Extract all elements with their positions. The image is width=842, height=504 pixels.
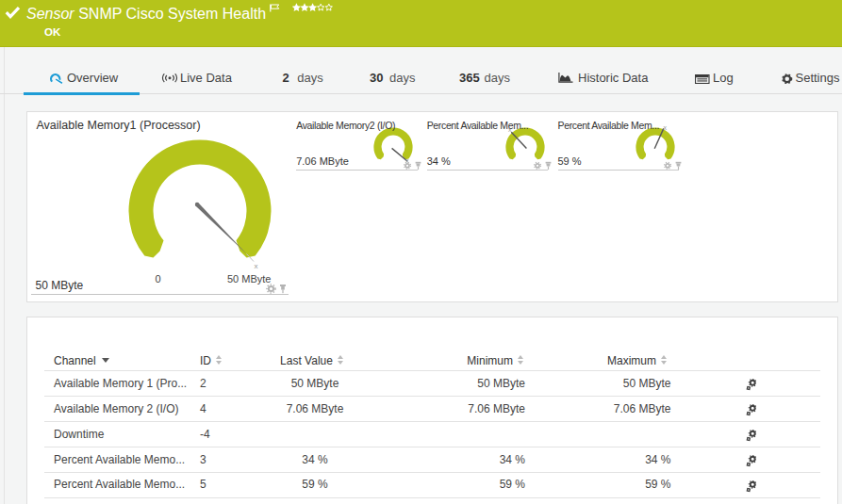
svg-text:x: x [664,125,668,131]
svg-text:x: x [255,262,258,270]
